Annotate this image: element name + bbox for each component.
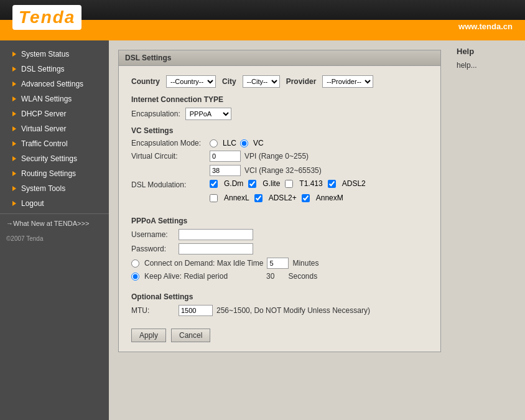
sidebar-item-logout[interactable]: Logout (0, 196, 109, 211)
idle-time-input[interactable] (267, 258, 289, 269)
city-select[interactable]: --City-- (243, 75, 280, 88)
encap-mode-row: Encapsulation Mode: LLC VC (131, 139, 428, 147)
arrow-icon (12, 67, 16, 72)
dsl-modulation-label: DSL Modulation: (131, 180, 206, 189)
help-link[interactable]: help... (457, 61, 519, 70)
vpi-row: Virtual Circuit: VPI (Range 0~255) (131, 151, 428, 162)
t1413-checkbox[interactable] (285, 180, 293, 188)
connect-demand-row: Connect on Demand: Max Idle Time Minutes (131, 258, 428, 269)
help-title: Help (457, 47, 519, 56)
location-row: Country --Country-- City --City-- Provid… (131, 75, 428, 88)
vci-input[interactable] (210, 165, 241, 176)
sidebar-item-virtual-server[interactable]: Virtual Server (0, 121, 109, 136)
vc-section-title: VC Settings (131, 126, 428, 135)
arrow-icon (12, 126, 16, 131)
arrow-icon (12, 111, 16, 116)
adsl2plus-label: ADSL2+ (269, 194, 297, 202)
sidebar-item-wlan-settings[interactable]: WLAN Settings (0, 91, 109, 106)
divider2 (131, 288, 428, 289)
mtu-row: MTU: 256~1500, Do NOT Modify Unless Nece… (131, 305, 428, 316)
arrow-icon (12, 186, 16, 191)
annexl-label: AnnexL (224, 194, 249, 202)
optional-section-title: Optional Settings (131, 292, 428, 301)
llc-radio[interactable] (210, 139, 218, 147)
sidebar-item-dhcp-server[interactable]: DHCP Server (0, 106, 109, 121)
vc-label: VC (253, 139, 264, 147)
gdm-label: G.Dm (224, 179, 243, 188)
sidebar-item-traffic-control[interactable]: Traffic Control (0, 136, 109, 151)
country-select[interactable]: --Country-- (166, 75, 216, 88)
dsl-mod-row1: DSL Modulation: G.Dm G.lite T1.413 ADSL2 (131, 179, 428, 190)
glite-label: G.lite (262, 179, 280, 188)
password-row: Password: (131, 243, 428, 254)
glite-checkbox[interactable] (248, 180, 256, 188)
username-input[interactable] (179, 229, 253, 240)
cancel-button[interactable]: Cancel (171, 329, 210, 342)
annexm-label: AnnexM (316, 194, 343, 202)
keep-alive-radio[interactable] (131, 273, 139, 281)
sidebar-divider (0, 213, 109, 214)
provider-select[interactable]: --Provider-- (322, 75, 373, 88)
virtual-circuit-label: Virtual Circuit: (131, 152, 206, 161)
dsl-panel-body: Country --Country-- City --City-- Provid… (119, 66, 440, 352)
username-label: Username: (131, 230, 175, 239)
arrow-icon (12, 82, 16, 86)
sidebar-item-system-tools[interactable]: System Tools (0, 181, 109, 196)
username-row: Username: (131, 229, 428, 240)
password-label: Password: (131, 245, 175, 253)
connect-demand-label: Connect on Demand: Max Idle Time (144, 259, 263, 268)
mtu-hint: 256~1500, Do NOT Modify Unless Necessary… (216, 306, 370, 315)
vpi-input[interactable] (210, 151, 241, 162)
sidebar: System Status DSL Settings Advanced Sett… (0, 40, 109, 420)
modulations-row2: AnnexL ADSL2+ AnnexM (210, 194, 343, 202)
mtu-input[interactable] (179, 305, 213, 316)
logo-text: Tenda (19, 7, 75, 27)
website-url: www.tenda.cn (458, 22, 513, 31)
main-layout: System Status DSL Settings Advanced Sett… (0, 40, 525, 420)
seconds-label: Seconds (288, 272, 317, 281)
adsl2plus-checkbox[interactable] (254, 194, 262, 202)
adsl2-checkbox[interactable] (328, 180, 336, 188)
adsl2-label: ADSL2 (342, 179, 366, 188)
dsl-mod-row2: AnnexL ADSL2+ AnnexM (131, 194, 428, 205)
dsl-settings-panel: DSL Settings Country --Country-- City --… (118, 50, 441, 352)
country-label: Country (131, 77, 160, 86)
password-input[interactable] (179, 243, 253, 254)
arrow-icon (12, 96, 16, 101)
gdm-checkbox[interactable] (210, 180, 218, 188)
button-row: Apply Cancel (131, 329, 428, 342)
llc-label: LLC (223, 139, 236, 147)
minutes-label: Minutes (292, 259, 318, 268)
vc-radio[interactable] (240, 139, 248, 147)
vpi-range-label: VPI (Range 0~255) (244, 152, 309, 161)
sidebar-item-advanced-settings[interactable]: Advanced Settings (0, 77, 109, 91)
arrow-icon (12, 156, 16, 161)
arrow-icon (12, 141, 16, 146)
sidebar-item-system-status[interactable]: System Status (0, 47, 109, 62)
encapsulation-label: Encapsulation: (131, 110, 180, 118)
modulations-row1: G.Dm G.lite T1.413 ADSL2 (210, 179, 366, 188)
keep-alive-row: Keep Alive: Redial period 30 Seconds (131, 272, 428, 281)
arrow-icon (12, 52, 16, 57)
sidebar-item-what-new[interactable]: →What New at TENDA>>> (0, 217, 109, 230)
encapsulation-row: Encapsulation: PPPoA PPPoE RFC1483 IPoA (131, 108, 428, 120)
sidebar-item-security-settings[interactable]: Security Settings (0, 151, 109, 166)
header: Tenda www.tenda.cn (0, 0, 525, 40)
pppoa-section-title: PPPoA Settings (131, 217, 428, 225)
encapsulation-select[interactable]: PPPoA PPPoE RFC1483 IPoA (185, 108, 231, 120)
annexm-checkbox[interactable] (302, 194, 310, 202)
connect-demand-radio[interactable] (131, 259, 139, 268)
arrow-icon (12, 201, 16, 206)
sidebar-item-dsl-settings[interactable]: DSL Settings (0, 62, 109, 77)
annexl-checkbox[interactable] (210, 194, 218, 202)
city-label: City (222, 77, 236, 86)
vci-row: VCI (Range 32~65535) (131, 165, 428, 176)
mtu-label: MTU: (131, 306, 175, 315)
apply-button[interactable]: Apply (131, 329, 166, 342)
sidebar-item-routing-settings[interactable]: Routing Settings (0, 166, 109, 181)
provider-label: Provider (286, 77, 317, 86)
logo-box: Tenda (12, 5, 81, 30)
vci-range-label: VCI (Range 32~65535) (244, 166, 322, 175)
content-area: DSL Settings Country --Country-- City --… (109, 40, 450, 420)
keep-alive-value: 30 (266, 272, 274, 281)
